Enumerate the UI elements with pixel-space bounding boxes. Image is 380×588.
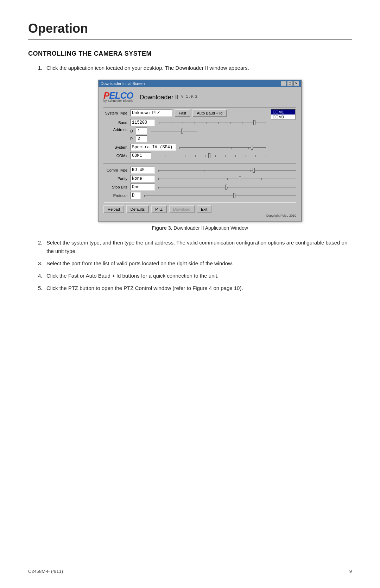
schneider-label: by Schneider Electric [103, 99, 133, 103]
tick [266, 122, 266, 124]
step-3-num: 3. [38, 259, 46, 267]
reload-button[interactable]: Reload [103, 205, 124, 213]
step-4: 4. Click the Fast or Auto Baud + Id butt… [38, 272, 352, 280]
app-header: PELCO by Schneider Electric Downloader I… [103, 90, 296, 105]
address-label: Address [103, 128, 129, 132]
tick [207, 122, 207, 124]
stop-bits-row: Stop Bits [103, 184, 296, 191]
footer-left: C2458M-F (4/11) [28, 569, 63, 574]
section-divider [103, 163, 296, 164]
tick [144, 195, 145, 197]
baud-slider-knob[interactable] [253, 120, 255, 125]
tick [158, 170, 159, 172]
tick [215, 155, 216, 157]
comm-type-input[interactable] [130, 167, 155, 174]
step-4-num: 4. [38, 272, 46, 280]
tick [183, 122, 183, 124]
tick [171, 122, 171, 124]
minimize-button[interactable]: _ [281, 81, 286, 86]
protocol-slider-knob[interactable] [233, 193, 235, 198]
step-4-text: Click the Fast or Auto Baud + Id buttons… [46, 272, 218, 280]
exit-button[interactable]: Exit [197, 205, 211, 213]
parity-slider-knob[interactable] [239, 176, 241, 181]
tick [165, 155, 165, 157]
tick [204, 170, 204, 172]
tick [197, 147, 197, 149]
comx-input[interactable] [130, 152, 151, 159]
tick [231, 147, 232, 149]
protocol-label: Protocol [103, 193, 129, 198]
com-item-com3[interactable]: COM3 [271, 114, 295, 119]
tick [193, 178, 193, 180]
step-2: 2. Select the system type, and then type… [38, 239, 352, 255]
tick [179, 147, 180, 149]
system-input[interactable] [130, 144, 176, 151]
tick [214, 147, 214, 149]
system-row: System [103, 144, 266, 151]
address-d-input[interactable] [136, 128, 147, 135]
step-5: 5. Click the PTZ button to open the PTZ … [38, 284, 352, 292]
system-slider-knob[interactable] [251, 145, 253, 150]
system-label: System [103, 145, 129, 149]
stop-bits-input[interactable] [130, 184, 155, 191]
system-type-input[interactable] [130, 110, 172, 117]
com-list-box[interactable]: COM1 COM3 [271, 109, 296, 120]
tick [250, 170, 251, 172]
tick [225, 155, 226, 157]
comm-slider-knob[interactable] [253, 168, 255, 173]
tick [159, 122, 159, 124]
baud-row: Baud [103, 119, 266, 126]
step-2-text: Select the system type, and then type th… [46, 239, 352, 255]
tick [205, 155, 205, 157]
tick [296, 187, 296, 188]
auto-baud-id-button[interactable]: Auto Baud + Id [192, 109, 227, 117]
address-row: Address D [103, 128, 266, 142]
comx-slider-knob[interactable] [208, 153, 210, 158]
step-1: 1. Click the application icon located on… [38, 64, 352, 72]
step-1-num: 1. [38, 64, 46, 72]
tick [248, 147, 249, 149]
step-1-text: Click the application icon located on yo… [46, 64, 249, 72]
tick [255, 155, 256, 157]
button-row: Reload Defaults PTZ Download Exit [103, 205, 296, 213]
address-p-input[interactable] [136, 135, 147, 142]
close-button[interactable]: ✕ [293, 81, 299, 86]
tick [296, 178, 296, 180]
defaults-button[interactable]: Defaults [126, 205, 149, 213]
tick [227, 178, 228, 180]
comm-type-label: Comm Type [103, 168, 129, 172]
tick [261, 178, 262, 180]
step-5-num: 5. [38, 284, 46, 292]
protocol-input[interactable] [130, 192, 141, 199]
tick [296, 195, 296, 197]
address-block: D P [130, 128, 197, 142]
address-d-label: D [130, 129, 134, 133]
ptz-button[interactable]: PTZ [151, 205, 167, 213]
tick [175, 155, 175, 157]
addr-d-slider-knob[interactable] [181, 129, 183, 134]
baud-input[interactable] [130, 119, 155, 126]
app-version: v 1.0.2 [181, 94, 197, 99]
download-button[interactable]: Download [169, 205, 195, 213]
addr-d-slider-line [151, 131, 197, 131]
system-type-label: System Type [103, 111, 129, 115]
com-item-com1[interactable]: COM1 [271, 110, 295, 114]
tick [195, 122, 195, 124]
fast-button[interactable]: Fast [175, 109, 190, 117]
main-form: System Type Fast Auto Baud + Id Baud [103, 109, 266, 161]
address-d-row: D [130, 128, 197, 135]
stop-bits-slider-knob[interactable] [225, 185, 227, 190]
step-3: 3. Select the port from the list of vali… [38, 259, 352, 267]
system-type-row: System Type Fast Auto Baud + Id [103, 109, 266, 117]
footer-right: 9 [349, 569, 352, 574]
parity-input[interactable] [130, 175, 155, 182]
tick [296, 170, 296, 172]
figure-container: Downloader Initial Screen _ □ ✕ PELCO by… [48, 80, 352, 231]
figure-caption: Figure 3. Downloader II Application Wind… [152, 225, 248, 231]
app-title: Downloader II [140, 94, 179, 101]
restore-button[interactable]: □ [287, 81, 293, 86]
com-port-list: COM1 COM3 [271, 109, 296, 161]
copyright-text: Copyright Pelco 2010 [103, 214, 296, 217]
comx-label: COMx [103, 154, 129, 158]
window-title: Downloader Initial Screen [101, 81, 145, 86]
